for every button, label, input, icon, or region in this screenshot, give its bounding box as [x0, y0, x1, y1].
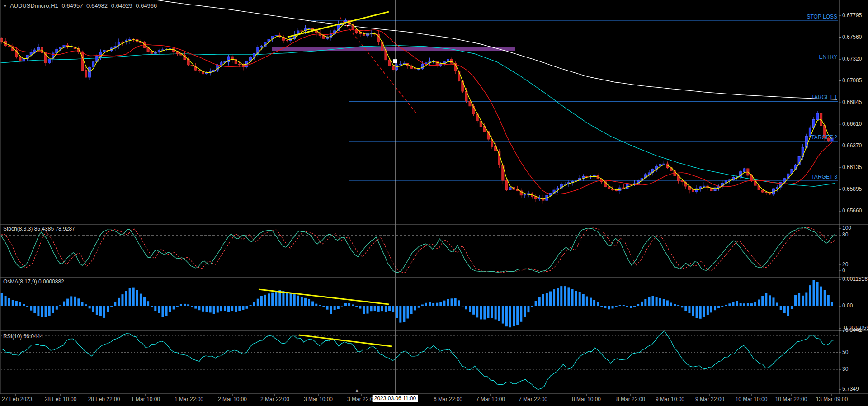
osma-scale-label: 0.00 [842, 302, 853, 309]
price-axis-label: 0.65895 [842, 186, 862, 192]
osma-header: OsMA(8,17,9) 0.0000882 [3, 279, 64, 285]
rsi-scale-label: 50 [842, 349, 848, 355]
rsi-scale-label: 30 [842, 366, 848, 372]
price-axis-label: 0.66845 [842, 99, 862, 105]
time-axis-label: 6 Mar 22:00 [434, 396, 462, 402]
supply-zone[interactable] [272, 47, 515, 51]
chart-window: ▼AUDUSDmicro,H1 0.64957 0.64982 0.64929 … [0, 0, 868, 406]
price-axis-label: 0.67560 [842, 34, 862, 40]
entry-label[interactable]: ENTRY [819, 54, 837, 60]
time-axis-label: 1 Mar 22:00 [175, 396, 203, 402]
time-axis-label: 13 Mar 09:00 [816, 396, 848, 402]
rsi-line [0, 331, 835, 390]
entry-point-marker[interactable] [393, 59, 397, 63]
time-axis-label: 9 Mar 10:00 [656, 396, 684, 402]
stoch-scale-label: 0 [842, 267, 845, 274]
price-axis-label: 0.66135 [842, 164, 862, 170]
time-axis-label: 10 Mar 10:00 [736, 396, 768, 402]
stop-loss-label[interactable]: STOP LOSS [807, 14, 837, 20]
stoch-d-line [1, 227, 835, 272]
price-axis-label: 0.65660 [842, 208, 862, 214]
time-axis-label: 10 Mar 22:00 [775, 396, 807, 402]
price-axis-label: 0.67795 [842, 12, 862, 19]
osma-histogram [1, 280, 833, 328]
time-axis-label: 8 Mar 10:00 [572, 396, 601, 402]
time-axis-label: 28 Feb 10:00 [45, 396, 77, 402]
time-axis-label: 7 Mar 10:00 [476, 396, 505, 402]
osma-scale-label: 0.0011516 [842, 276, 868, 282]
time-axis-label: 7 Mar 22:00 [519, 396, 547, 402]
crosshair-time-box: 2023.03.06 11:00 [373, 395, 418, 402]
symbol-title: ▼AUDUSDmicro,H1 0.64957 0.64982 0.64929 … [3, 2, 159, 9]
rsi-scale-label: 5.7349 [842, 386, 859, 392]
time-axis-label: 3 Mar 10:00 [304, 396, 333, 402]
ma-cyan [0, 46, 835, 187]
time-axis-label: 1 Mar 10:00 [131, 396, 160, 402]
time-axis-label: 8 Mar 22:00 [616, 396, 645, 402]
time-axis-label: 9 Mar 22:00 [695, 396, 724, 402]
chart-surface[interactable] [0, 0, 868, 406]
quote-low: 0.64929 [111, 2, 132, 9]
stoch-scale-label: 100 [842, 225, 851, 231]
rsi-header: RSI(10) 66.0444 [3, 333, 43, 340]
time-axis-label: 3 Mar 22:00 [347, 396, 376, 402]
time-axis-label: 28 Feb 22:00 [88, 396, 120, 402]
symbol-name: AUDUSDmicro,H1 [10, 2, 58, 9]
target2-label[interactable]: TARGET 2 [811, 134, 837, 141]
trendline-osma-yellow[interactable] [259, 289, 389, 304]
price-axis-label: 0.67085 [842, 77, 862, 84]
time-axis-label: 2 Mar 22:00 [260, 396, 289, 402]
chart-menu-icon[interactable]: ▼ [3, 4, 7, 9]
stoch-header: Stoch(8,3,3) 86.4385 78.9287 [3, 226, 75, 232]
target3-label[interactable]: TARGET 3 [811, 174, 837, 180]
time-axis-label: 27 Feb 2023 [2, 396, 32, 402]
scroll-marker-icon[interactable]: ▲ [355, 388, 359, 392]
time-axis-label: 2 Mar 10:00 [218, 396, 247, 402]
stoch-k-line [1, 227, 835, 272]
quote-open: 0.64957 [61, 2, 83, 9]
rsi-scale-label: 76.3441 [842, 327, 862, 333]
quote-close: 0.64966 [136, 2, 157, 9]
quote-high: 0.64982 [86, 2, 108, 9]
price-axis-label: 0.66370 [842, 142, 862, 149]
price-axis-label: 0.66610 [842, 121, 862, 127]
target1-label[interactable]: TARGET 1 [811, 94, 837, 100]
ma-red [2, 30, 832, 194]
stoch-scale-label: 20 [842, 261, 848, 268]
trendline-rsi-yellow[interactable] [299, 335, 392, 346]
stoch-scale-label: 80 [842, 231, 848, 238]
price-axis-label: 0.67320 [842, 56, 862, 62]
